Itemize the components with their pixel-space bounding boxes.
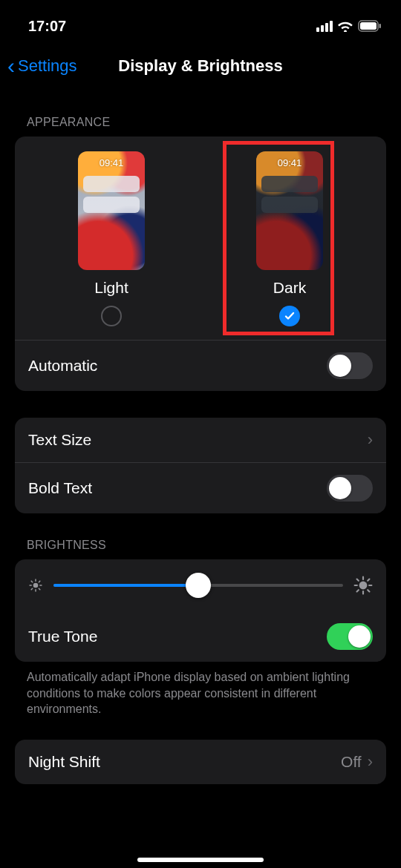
status-time: 17:07	[28, 18, 66, 35]
dark-preview-icon: 09:41	[256, 151, 323, 270]
svg-line-11	[39, 581, 39, 582]
svg-point-3	[33, 583, 39, 588]
light-preview-icon: 09:41	[78, 151, 145, 270]
svg-line-19	[357, 590, 359, 591]
chevron-right-icon: ›	[368, 752, 373, 772]
brightness-slider[interactable]	[53, 584, 343, 587]
svg-line-8	[31, 581, 33, 582]
bold-text-label: Bold Text	[28, 479, 92, 497]
sun-max-icon	[353, 576, 373, 595]
brightness-slider-row	[15, 559, 386, 611]
bold-text-switch[interactable]	[327, 475, 373, 502]
nightshift-value: Off	[341, 753, 362, 771]
section-header-brightness: Brightness	[15, 513, 386, 559]
status-bar: 17:07	[0, 0, 401, 42]
svg-line-20	[368, 579, 369, 581]
text-size-row[interactable]: Text Size ›	[15, 418, 386, 462]
nav-bar: ‹ Settings Display & Brightness	[0, 42, 401, 91]
chevron-left-icon: ‹	[7, 55, 15, 77]
battery-icon	[358, 20, 382, 32]
home-indicator[interactable]	[137, 858, 264, 862]
appearance-option-light[interactable]: 09:41 Light	[78, 151, 145, 326]
nightshift-row[interactable]: Night Shift Off ›	[15, 740, 386, 784]
appearance-group: 09:41 Light 09:41 Dark Automatic	[15, 137, 386, 391]
back-button[interactable]: ‹ Settings	[7, 55, 77, 77]
light-radio[interactable]	[101, 306, 122, 326]
svg-point-12	[359, 582, 368, 590]
sun-min-icon	[28, 578, 43, 593]
appearance-option-dark[interactable]: 09:41 Dark	[256, 151, 323, 326]
dark-radio[interactable]	[279, 306, 300, 326]
truetone-switch[interactable]	[327, 623, 373, 650]
svg-line-9	[39, 588, 39, 590]
appearance-selector: 09:41 Light 09:41 Dark	[15, 137, 386, 340]
text-group: Text Size › Bold Text	[15, 418, 386, 513]
nightshift-label: Night Shift	[28, 753, 100, 771]
chevron-right-icon: ›	[368, 430, 373, 450]
truetone-label: True Tone	[28, 628, 97, 645]
bold-text-row: Bold Text	[15, 462, 386, 513]
svg-line-17	[357, 579, 359, 581]
truetone-note: Automatically adapt iPhone display based…	[15, 662, 386, 717]
section-header-appearance: Appearance	[15, 91, 386, 137]
automatic-switch[interactable]	[327, 352, 373, 379]
light-label: Light	[94, 279, 128, 297]
svg-rect-2	[379, 24, 382, 28]
wifi-icon	[337, 20, 353, 32]
svg-line-18	[368, 590, 369, 591]
brightness-group: True Tone	[15, 559, 386, 662]
dark-label: Dark	[273, 279, 306, 297]
cell-signal-icon	[316, 21, 333, 32]
nightshift-group: Night Shift Off ›	[15, 740, 386, 784]
automatic-row: Automatic	[15, 340, 386, 391]
text-size-label: Text Size	[28, 431, 91, 449]
svg-line-10	[31, 588, 33, 590]
automatic-label: Automatic	[28, 357, 97, 375]
svg-rect-1	[360, 22, 376, 30]
status-icons	[316, 20, 382, 32]
back-label: Settings	[18, 56, 77, 76]
truetone-row: True Tone	[15, 611, 386, 662]
